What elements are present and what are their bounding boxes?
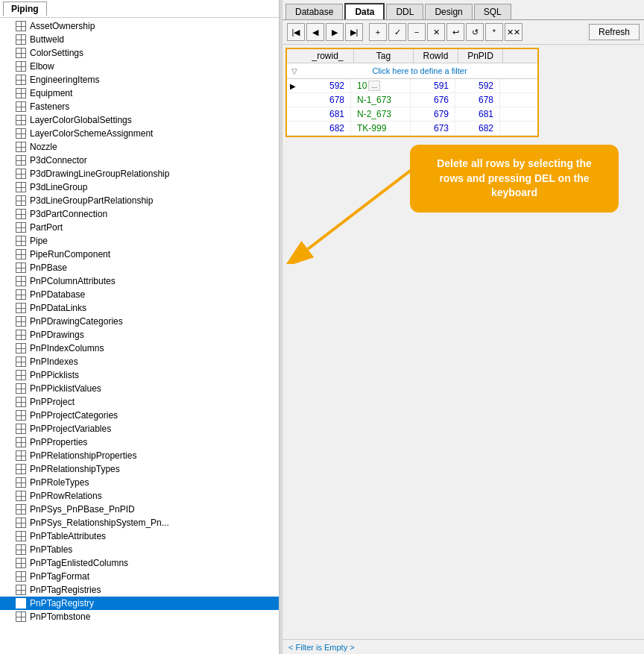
tree-item-part-port[interactable]: PartPort	[0, 221, 279, 234]
tree-item-pnp-properties[interactable]: PnPProperties	[0, 436, 279, 449]
nav-btn-2[interactable]: ▶	[326, 23, 344, 41]
cancel-btn[interactable]: ✕	[427, 23, 445, 41]
tab-database[interactable]: Database	[285, 4, 343, 19]
tree-item-pnpsys-relationship-system[interactable]: PnPSys_RelationshipSystem_Pn...	[0, 516, 279, 529]
tree-item-asset-ownership[interactable]: AssetOwnership	[0, 19, 279, 33]
tree-item-pnp-row-relations[interactable]: PnPRowRelations	[0, 489, 279, 503]
tree-item-pnp-project-categories[interactable]: PnPProjectCategories	[0, 409, 279, 422]
tree-item-pnp-drawing-categories[interactable]: PnPDrawingCategories	[0, 315, 279, 328]
nav-btn-0[interactable]: |◀	[287, 23, 305, 41]
tree-item-label: PnPIndexes	[30, 356, 78, 367]
tree-item-pnp-tables[interactable]: PnPTables	[0, 543, 279, 556]
tree-item-p3d-line-group-part[interactable]: P3dLineGroupPartRelationship	[0, 194, 279, 207]
tree-item-p3d-line-group[interactable]: P3dLineGroup	[0, 180, 279, 194]
remove-btn[interactable]: −	[408, 23, 426, 41]
piping-tab[interactable]: Piping	[3, 1, 47, 16]
tree-item-pnp-tombstone[interactable]: PnPTombstone	[0, 610, 279, 623]
cell-rowid: 678	[299, 93, 351, 107]
table-row[interactable]: ▶59210...591592	[287, 79, 537, 93]
tree-item-engineering-items[interactable]: EngineeringItems	[0, 73, 279, 87]
cell-tag[interactable]: 10...	[351, 79, 411, 92]
cell-rowid: 592	[299, 79, 351, 92]
tree-item-pnp-drawings[interactable]: PnPDrawings	[0, 328, 279, 342]
nav-btn-3[interactable]: ▶|	[345, 23, 363, 41]
tree-item-label: Buttweld	[30, 34, 64, 45]
table-row[interactable]: 682TK-999673682	[287, 122, 537, 136]
tree-item-p3d-drawing-line[interactable]: P3dDrawingLineGroupRelationship	[0, 167, 279, 180]
table-row[interactable]: 681N-2_673679681	[287, 107, 537, 122]
tree-item-label: PnPIndexColumns	[30, 343, 104, 353]
tree-item-pnp-project-variables[interactable]: PnPProjectVariables	[0, 422, 279, 436]
tree-item-pnp-table-attributes[interactable]: PnPTableAttributes	[0, 529, 279, 543]
tree-item-icon	[15, 477, 27, 488]
tree-item-pnp-project[interactable]: PnPProject	[0, 395, 279, 409]
cell-tag-value: TK-999	[357, 123, 386, 133]
tree-item-pnp-tag-registry[interactable]: PnPTagRegistry	[0, 597, 279, 610]
tree-item-nozzle[interactable]: Nozzle	[0, 140, 279, 154]
tree-item-label: PnPBase	[30, 262, 67, 273]
tree-item-pnp-role-types[interactable]: PnPRoleTypes	[0, 476, 279, 489]
cell-tag[interactable]: TK-999	[351, 122, 411, 135]
tree-item-pnp-indexes[interactable]: PnPIndexes	[0, 355, 279, 368]
tree-item-pipe-run-component[interactable]: PipeRunComponent	[0, 248, 279, 261]
tree-item-p3d-connector[interactable]: P3dConnector	[0, 154, 279, 167]
tree-item-icon	[15, 275, 27, 287]
tree-item-label: Nozzle	[30, 142, 57, 152]
tree-item-pnpsys-pnpbase-pnpid[interactable]: PnPSys_PnPBase_PnPID	[0, 503, 279, 516]
tree-item-pnp-column-attributes[interactable]: PnPColumnAttributes	[0, 274, 279, 288]
tree-item-icon	[15, 20, 27, 32]
delete-all-btn[interactable]: ✕✕	[505, 23, 523, 41]
tab-ddl[interactable]: DDL	[386, 4, 423, 19]
nav-btn-1[interactable]: ◀	[306, 23, 324, 41]
tree-item-label: PnPProject	[30, 397, 75, 407]
filter-row[interactable]: ▽ Click here to define a filter	[287, 63, 537, 79]
tree-item-pnp-database[interactable]: PnPDatabase	[0, 288, 279, 301]
tab-sql[interactable]: SQL	[474, 4, 511, 19]
refresh-button[interactable]: Refresh	[589, 24, 640, 40]
tree-item-icon	[15, 208, 27, 220]
tree-item-fasteners[interactable]: Fasteners	[0, 100, 279, 113]
tree-item-icon	[15, 248, 27, 260]
undo-btn[interactable]: ↩	[446, 23, 464, 41]
tree-item-layer-color-global[interactable]: LayerColorGlobalSettings	[0, 113, 279, 127]
tree-item-buttweld[interactable]: Buttweld	[0, 33, 279, 46]
tree-item-layer-color-scheme[interactable]: LayerColorSchemeAssignment	[0, 127, 279, 140]
tree-item-p3d-part-connection[interactable]: P3dPartConnection	[0, 207, 279, 221]
table-row[interactable]: 678N-1_673676678	[287, 93, 537, 107]
filter-text[interactable]: Click here to define a filter	[302, 65, 537, 77]
left-panel: Piping AssetOwnershipButtweldColorSettin…	[0, 0, 280, 654]
tree-item-pnp-base[interactable]: PnPBase	[0, 261, 279, 274]
tab-design[interactable]: Design	[425, 4, 472, 19]
cell-tag[interactable]: N-2_673	[351, 107, 411, 121]
tree-item-icon	[15, 597, 27, 609]
tree-item-pipe[interactable]: Pipe	[0, 234, 279, 248]
refresh-small-btn[interactable]: ↺	[466, 23, 484, 41]
tree-item-pnp-relationship-properties[interactable]: PnPRelationshipProperties	[0, 449, 279, 462]
tree-item-pnp-tag-format[interactable]: PnPTagFormat	[0, 570, 279, 583]
tree-item-label: PnPProjectCategories	[30, 410, 118, 421]
confirm-btn[interactable]: ✓	[388, 23, 406, 41]
tree-item-pnp-tag-registries[interactable]: PnPTagRegistries	[0, 583, 279, 597]
grid-header-pnpid[interactable]: PnPID	[458, 49, 503, 63]
tree-item-elbow[interactable]: Elbow	[0, 60, 279, 73]
grid-header--rowid-[interactable]: _rowid_	[302, 49, 354, 63]
tag-dots-button[interactable]: ...	[368, 81, 380, 91]
grid-header-rowid[interactable]: RowId	[414, 49, 458, 63]
tree-item-color-settings[interactable]: ColorSettings	[0, 46, 279, 60]
tree-item-label: PnPPicklists	[30, 370, 79, 380]
tree-item-pnp-data-links[interactable]: PnPDataLinks	[0, 301, 279, 315]
cell-tag[interactable]: N-1_673	[351, 93, 411, 107]
tree-item-pnp-picklists[interactable]: PnPPicklists	[0, 368, 279, 382]
star-btn[interactable]: *	[485, 23, 503, 41]
tree-item-equipment[interactable]: Equipment	[0, 87, 279, 100]
tree-item-pnp-tag-enlisted-columns[interactable]: PnPTagEnlistedColumns	[0, 556, 279, 570]
tree-item-pnp-picklist-values[interactable]: PnPPicklistValues	[0, 382, 279, 395]
tab-data[interactable]: Data	[344, 3, 385, 19]
grid-header: _rowid_TagRowIdPnPID	[287, 49, 537, 63]
tree-container: AssetOwnershipButtweldColorSettingsElbow…	[0, 18, 279, 654]
grid-header-tag[interactable]: Tag	[354, 49, 414, 63]
tree-item-pnp-relationship-types[interactable]: PnPRelationshipTypes	[0, 462, 279, 476]
add-btn[interactable]: +	[369, 23, 387, 41]
tree-item-label: PartPort	[30, 222, 63, 233]
tree-item-pnp-index-columns[interactable]: PnPIndexColumns	[0, 342, 279, 355]
